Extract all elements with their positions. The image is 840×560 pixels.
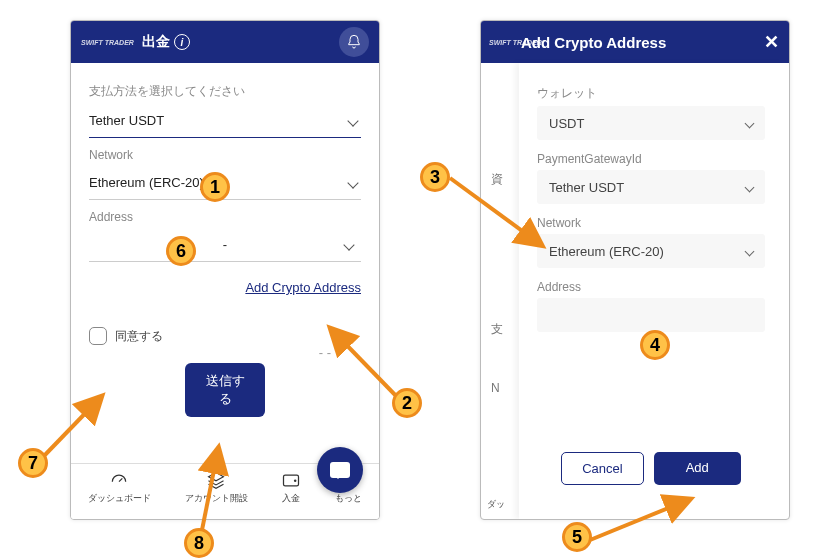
nav-deposit[interactable]: 入金	[281, 470, 301, 519]
chat-fab[interactable]	[317, 447, 363, 493]
left-phone: SWIFT TRADER 出金 i 支払方法を選択してください Tether U…	[70, 20, 380, 520]
chevron-down-icon	[745, 246, 755, 256]
close-icon[interactable]: ✕	[764, 31, 779, 53]
right-phone: SWIFT TRADER Add Crypto Address ✕ 資 支 N …	[480, 20, 790, 520]
dash-text: - -	[319, 345, 331, 360]
bg-label: N	[491, 381, 500, 395]
page-title: 出金 i	[142, 33, 190, 51]
network-label-r: Network	[537, 216, 765, 230]
bg-label: 資	[491, 171, 503, 188]
nav-dashboard[interactable]: ダッシュボード	[88, 470, 151, 519]
address-select[interactable]: -	[89, 228, 361, 262]
bg-nav: ダッ	[487, 498, 505, 511]
submit-button[interactable]: 送信する	[185, 363, 265, 417]
chevron-down-icon	[347, 177, 358, 188]
info-icon[interactable]: i	[174, 34, 190, 50]
gauge-icon	[109, 470, 129, 490]
chat-icon	[330, 462, 350, 478]
chevron-down-icon	[343, 239, 354, 250]
payment-select[interactable]: Tether USDT	[89, 104, 361, 138]
network-select-r[interactable]: Ethereum (ERC-20)	[537, 234, 765, 268]
wallet-select[interactable]: USDT	[537, 106, 765, 140]
callout-3: 3	[420, 162, 450, 192]
chevron-down-icon	[347, 115, 358, 126]
nav-account[interactable]: アカウント開設	[185, 470, 248, 519]
agree-row: 同意する	[89, 327, 361, 345]
svg-point-1	[294, 480, 297, 483]
logo: SWIFT TRADER	[81, 39, 134, 46]
bell-icon	[346, 34, 362, 50]
left-header: SWIFT TRADER 出金 i	[71, 21, 379, 63]
callout-4: 4	[640, 330, 670, 360]
payment-label: 支払方法を選択してください	[89, 83, 361, 100]
modal-sheet: ウォレット USDT PaymentGatewayId Tether USDT …	[519, 63, 783, 519]
add-crypto-address-link[interactable]: Add Crypto Address	[89, 280, 361, 295]
callout-5: 5	[562, 522, 592, 552]
chevron-down-icon	[745, 118, 755, 128]
network-label: Network	[89, 148, 361, 162]
address-label-r: Address	[537, 280, 765, 294]
gateway-label: PaymentGatewayId	[537, 152, 765, 166]
address-input[interactable]	[537, 298, 765, 332]
callout-2: 2	[392, 388, 422, 418]
bell-button[interactable]	[339, 27, 369, 57]
bg-label: 支	[491, 321, 503, 338]
address-label: Address	[89, 210, 361, 224]
wallet-label: ウォレット	[537, 85, 765, 102]
agree-label: 同意する	[115, 328, 163, 345]
right-header: SWIFT TRADER Add Crypto Address ✕	[481, 21, 789, 63]
modal-title: Add Crypto Address	[521, 34, 666, 51]
callout-1: 1	[200, 172, 230, 202]
cancel-button[interactable]: Cancel	[561, 452, 643, 485]
callout-7: 7	[18, 448, 48, 478]
left-body: 支払方法を選択してください Tether USDT Network Ethere…	[71, 63, 379, 417]
callout-6: 6	[166, 236, 196, 266]
gateway-select[interactable]: Tether USDT	[537, 170, 765, 204]
agree-checkbox[interactable]	[89, 327, 107, 345]
button-row: Cancel Add	[537, 452, 765, 485]
callout-8: 8	[184, 528, 214, 558]
chevron-down-icon	[745, 182, 755, 192]
add-button[interactable]: Add	[654, 452, 741, 485]
logo: SWIFT TRADER	[489, 39, 542, 46]
wallet-icon	[281, 470, 301, 490]
layers-icon	[206, 470, 226, 490]
